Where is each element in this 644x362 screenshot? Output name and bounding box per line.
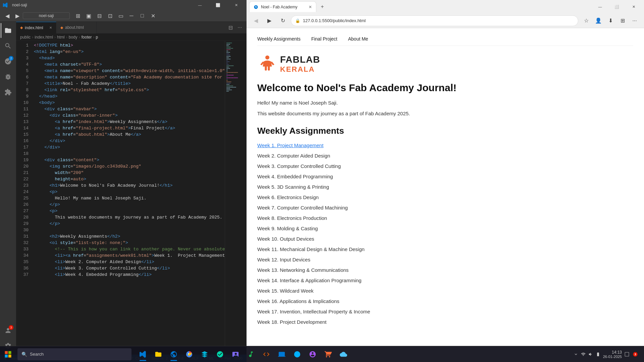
code-line-33: <!-- This is how you can link to another… <box>34 246 222 252</box>
code-line-34: <li><a href="assignments/week01.html">We… <box>34 252 222 259</box>
code-line-7: <title>Noel - Fab Academy</title> <box>34 80 222 87</box>
taskbar-vscode[interactable] <box>136 347 150 362</box>
code-line-9: </head> <box>34 93 222 100</box>
taskbar-app5[interactable] <box>259 347 274 362</box>
week-1-link[interactable]: Week 1. Project Management <box>257 142 323 148</box>
split-icon[interactable]: ⊟ <box>95 11 104 20</box>
forward-btn[interactable]: ▶ <box>13 11 22 20</box>
forward-nav-btn[interactable]: ▶ <box>264 15 275 26</box>
star-icon[interactable]: ☆ <box>581 15 592 26</box>
vscode-address[interactable]: noel-saji <box>23 12 70 19</box>
notification-area[interactable]: 3 <box>632 351 639 358</box>
split-editor-icon[interactable]: ⊟ <box>226 23 234 32</box>
taskbar-app7[interactable] <box>290 347 305 362</box>
breadcrumb-p[interactable]: p <box>96 35 98 40</box>
close2-btn[interactable]: ✕ <box>148 11 158 20</box>
back-btn[interactable]: ◀ <box>3 11 12 20</box>
browser-minimize-btn[interactable]: — <box>592 0 608 13</box>
battery-icon[interactable] <box>596 352 600 357</box>
profile-icon[interactable]: 👤 <box>593 15 604 26</box>
editor-breadcrumb: public › index.html › html › body › foot… <box>16 34 247 41</box>
tab-index-html[interactable]: ◆ index.html ✕ <box>16 22 56 34</box>
taskbar-app3[interactable] <box>228 347 243 362</box>
search-activity-icon[interactable] <box>1 39 15 53</box>
start-button[interactable] <box>0 346 16 362</box>
browser-addressbar[interactable]: 🔒 127.0.0.1:5500/public/index.html <box>291 15 578 26</box>
tray-chevron-icon[interactable] <box>574 352 578 357</box>
download-icon[interactable]: ⬇ <box>605 15 616 26</box>
vscode-panel: noel-saji — ⬜ ✕ ◀ ▶ noel-saji ⊞ ▣ ⊟ ⊡ ▭ … <box>0 0 247 362</box>
taskbar-app4[interactable] <box>244 347 258 362</box>
week-item-15: Week 15. Wildcard Week <box>257 286 633 296</box>
code-line-8: <link rel="stylesheet" href="style.css"> <box>34 87 222 93</box>
explorer-activity-icon[interactable] <box>1 23 15 38</box>
browser-maximize-btn[interactable]: ⬜ <box>609 0 625 13</box>
nav-about-me[interactable]: About Me <box>348 36 368 42</box>
taskbar-clock[interactable]: 14:13 26-01-2025 <box>603 350 622 359</box>
extension-icon[interactable]: ⊞ <box>73 11 83 20</box>
week-item-11: Week 11. Mechanical Design & Machine Des… <box>257 244 633 254</box>
minimize2-icon[interactable]: ─ <box>127 11 136 20</box>
nav-weekly-assignments[interactable]: Weekly Assignments <box>257 36 301 42</box>
layout2-icon[interactable]: ⊡ <box>105 11 115 20</box>
code-line-3: <head> <box>34 55 222 61</box>
breadcrumb-footer[interactable]: footer <box>82 35 92 40</box>
nav-final-project[interactable]: Final Project <box>311 36 337 42</box>
taskbar-edge[interactable] <box>166 347 181 362</box>
taskbar-app8[interactable] <box>305 347 320 362</box>
network-icon[interactable] <box>581 352 586 357</box>
browser-content: Weekly Assignments Final Project About M… <box>247 28 644 362</box>
app9-taskbar-icon <box>324 351 332 358</box>
taskbar-app-icons <box>133 347 568 362</box>
layout-icon[interactable]: ▣ <box>84 11 93 20</box>
tab-close-btn[interactable]: ✕ <box>309 5 312 9</box>
taskbar-app10[interactable] <box>336 347 351 362</box>
browser-close-btn[interactable]: ✕ <box>626 0 641 13</box>
week-18-label: Week 18. Project Development <box>257 319 327 325</box>
code-line-4: <meta charset="UTF-8"> <box>34 61 222 68</box>
code-line-37: <li>Week 4. Embedded Programming</li> <box>34 272 222 278</box>
vscode-maximize-btn[interactable]: ⬜ <box>210 0 226 10</box>
browser-tab-active[interactable]: N Noel - Fab Academy ✕ <box>249 1 316 12</box>
taskbar-search-box[interactable]: 🔍 Search <box>17 348 131 360</box>
back-nav-btn[interactable]: ◀ <box>251 15 261 26</box>
git-activity-icon[interactable]: 2 <box>1 54 15 69</box>
week-item-5: Week 5. 3D Scanning & Printing <box>257 182 633 192</box>
vscode-close-btn[interactable]: ✕ <box>228 0 244 10</box>
new-tab-btn[interactable]: + <box>318 2 327 11</box>
code-editor-area[interactable]: <!DOCTYPE html> <html lang="en-us"> <hea… <box>31 41 225 355</box>
taskbar-app9[interactable] <box>321 347 335 362</box>
taskbar-app1[interactable] <box>197 347 212 362</box>
maximize2-icon[interactable]: □ <box>138 11 147 20</box>
svg-text:N: N <box>255 6 257 8</box>
extensions-activity-icon[interactable] <box>1 85 15 100</box>
fablab-logo-svg <box>257 54 277 74</box>
refresh-nav-btn[interactable]: ↻ <box>277 15 288 26</box>
app3-taskbar-icon <box>232 351 239 358</box>
account-activity-icon[interactable]: 3 <box>1 323 15 338</box>
volume-icon[interactable] <box>588 352 593 357</box>
taskbar-explorer[interactable] <box>151 347 166 362</box>
taskbar-chrome[interactable] <box>182 347 197 362</box>
breadcrumb-public[interactable]: public <box>20 35 31 40</box>
tab-about-html[interactable]: ◆ about.html <box>56 22 97 34</box>
taskbar-app6[interactable] <box>274 347 289 362</box>
debug-activity-icon[interactable] <box>1 69 15 84</box>
tab-about-label: about.html <box>65 25 84 30</box>
windows-icon <box>5 351 11 358</box>
editor-content[interactable]: 12345 678910 1112131415 1617181920 21222… <box>16 41 247 355</box>
show-desktop-icon[interactable] <box>625 352 629 357</box>
browser-settings-icon[interactable]: ··· <box>629 15 640 26</box>
breadcrumb-body[interactable]: body <box>69 35 77 40</box>
panel-icon[interactable]: ▭ <box>116 11 125 20</box>
code-line-28: This website documents my journey as a p… <box>34 214 222 221</box>
tab-close-icon[interactable]: ✕ <box>49 26 52 29</box>
svg-rect-5 <box>5 351 8 354</box>
breadcrumb-html[interactable]: html <box>57 35 65 40</box>
taskbar-app2[interactable] <box>213 347 227 362</box>
extensions-icon[interactable]: ⊞ <box>617 15 628 26</box>
vscode-minimize-btn[interactable]: — <box>192 0 208 10</box>
more-actions-icon[interactable]: ··· <box>236 23 244 32</box>
vscode-titlebar: noel-saji — ⬜ ✕ <box>0 0 247 10</box>
breadcrumb-indexhtml[interactable]: index.html <box>35 35 53 40</box>
